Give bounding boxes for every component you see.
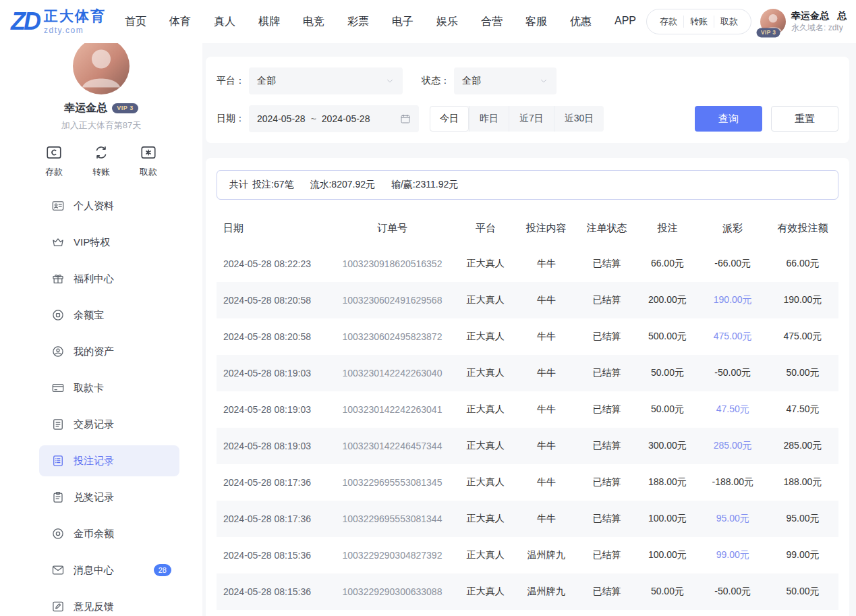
- summary-item: 输/赢:2311.92元: [391, 179, 458, 190]
- withdraw-icon: [140, 144, 157, 161]
- nav-item[interactable]: 彩票: [347, 15, 369, 29]
- table-row: 2024-05-28 08:17:361003229695553081345正大…: [217, 464, 838, 501]
- column-header: 订单号: [329, 211, 456, 246]
- cell-payout: 99.00元: [699, 537, 767, 573]
- user-chip[interactable]: VIP 3 幸运金总 总 永久域名: zdty: [760, 9, 847, 34]
- nav-item[interactable]: 电竞: [303, 15, 324, 29]
- unread-badge: 28: [154, 564, 171, 576]
- sidebar-item-label: 余额宝: [74, 309, 104, 322]
- cell-date: 2024-05-28 08:20:58: [217, 318, 329, 355]
- sidebar-item[interactable]: 余额宝: [39, 300, 179, 331]
- nav-item[interactable]: 娱乐: [436, 15, 458, 29]
- cell-platform: 正大真人: [456, 573, 515, 610]
- wallet-action[interactable]: 取款: [714, 16, 744, 28]
- user-name: 幸运金总: [791, 9, 829, 22]
- redeem-icon: [51, 491, 65, 504]
- sidebar-item[interactable]: 兑奖记录: [39, 482, 179, 513]
- nav-item[interactable]: APP: [615, 15, 636, 29]
- nav-item[interactable]: 客服: [525, 15, 547, 29]
- nav-item[interactable]: 合营: [481, 15, 503, 29]
- cell-payout: 47.50元: [699, 391, 767, 428]
- cell-date: 2024-05-28 08:22:23: [217, 246, 329, 282]
- sidebar-item[interactable]: 取款卡: [39, 372, 179, 403]
- column-header: 投注内容: [515, 211, 577, 246]
- cell-payout: 95.00元: [699, 501, 767, 537]
- filter-panel: 平台： 全部 状态： 全部 日期： 2024-05-28 ~ 2024-05-2…: [206, 57, 849, 143]
- quick-action-label: 存款: [45, 166, 63, 178]
- cell-payout: -66.00元: [699, 246, 767, 282]
- cell-valid-amount: 99.00元: [767, 537, 838, 573]
- cell-bet-content: 牛牛: [515, 428, 577, 464]
- sidebar-item-label: 消息中心: [74, 564, 114, 577]
- sidebar-item[interactable]: 意见反馈: [39, 591, 179, 616]
- sidebar-item[interactable]: 交易记录: [39, 409, 179, 440]
- cell-order-number: 1003229290304827392: [329, 537, 456, 573]
- date-range-input[interactable]: 2024-05-28 ~ 2024-05-28: [249, 105, 419, 132]
- platform-label: 平台：: [217, 75, 245, 87]
- cell-bet-content: 牛牛: [515, 501, 577, 537]
- platform-select[interactable]: 全部: [249, 67, 403, 94]
- cell-bet-content: 牛牛: [515, 355, 577, 391]
- sidebar-item[interactable]: VIP特权: [39, 227, 179, 258]
- sidebar-item[interactable]: 投注记录: [39, 445, 179, 476]
- brand-logo[interactable]: ZD 正大体育 zdty.com: [11, 8, 106, 34]
- cell-date: 2024-05-28 08:17:36: [217, 464, 329, 501]
- nav-item[interactable]: 电子: [392, 15, 413, 29]
- profile-icon: [51, 199, 65, 213]
- nav-item[interactable]: 优惠: [570, 15, 592, 29]
- nav-item[interactable]: 首页: [125, 15, 146, 29]
- feedback-icon: [51, 600, 65, 613]
- range-segment[interactable]: 近7日: [509, 106, 554, 132]
- cell-platform: 正大真人: [456, 537, 515, 573]
- cell-payout: 285.00元: [699, 428, 767, 464]
- quick-action[interactable]: 转账: [92, 144, 110, 178]
- wallet-action[interactable]: 转账: [683, 16, 714, 28]
- sidebar-item[interactable]: 我的资产: [39, 336, 179, 367]
- nav-item[interactable]: 真人: [214, 15, 235, 29]
- cell-order-number: 1003230142242263040: [329, 355, 456, 391]
- brand-name: 正大体育: [44, 8, 106, 24]
- cell-status: 已结算: [577, 246, 637, 282]
- coin-icon: [51, 527, 65, 540]
- status-label: 状态：: [422, 75, 450, 87]
- bank-card-icon: [51, 381, 65, 395]
- range-segment[interactable]: 昨日: [469, 106, 509, 132]
- cell-status: 已结算: [577, 282, 637, 318]
- message-icon: [51, 563, 65, 577]
- top-header: ZD 正大体育 zdty.com 首页体育真人棋牌电竞彩票电子娱乐合营客服优惠A…: [0, 0, 856, 43]
- wallet-action[interactable]: 存款: [654, 16, 683, 28]
- sidebar-item-label: 交易记录: [74, 418, 114, 431]
- quick-action[interactable]: 存款: [45, 144, 63, 178]
- vip-badge: VIP 3: [757, 28, 780, 38]
- cell-valid-amount: 66.00元: [767, 246, 838, 282]
- records-panel: 共计 投注:67笔流水:8207.92元输/赢:2311.92元 日期订单号平台…: [206, 158, 849, 616]
- sidebar-item[interactable]: 个人资料: [39, 190, 179, 221]
- profile-card: 幸运金总 VIP 3 加入正大体育第87天: [0, 43, 202, 132]
- nav-item[interactable]: 棋牌: [258, 15, 280, 29]
- cell-bet-content: 牛牛: [515, 464, 577, 501]
- query-button[interactable]: 查询: [695, 106, 762, 132]
- cell-bet-content: 牛牛: [515, 391, 577, 428]
- sidebar-item[interactable]: 金币余额: [39, 518, 179, 549]
- bet-records-table: 日期订单号平台投注内容注单状态投注派彩有效投注额 2024-05-28 08:2…: [217, 211, 838, 610]
- cell-bet-amount: 50.00元: [636, 355, 698, 391]
- reset-button[interactable]: 重置: [771, 106, 838, 132]
- cell-bet-amount: 188.00元: [636, 464, 698, 501]
- sidebar-item[interactable]: 消息中心28: [39, 555, 179, 586]
- logo-mark: ZD: [11, 9, 39, 34]
- yuebao-icon: [51, 308, 65, 322]
- cell-payout: -188.00元: [699, 464, 767, 501]
- range-segment[interactable]: 近30日: [554, 106, 604, 132]
- table-row: 2024-05-28 08:15:361003229290300633088正大…: [217, 573, 838, 610]
- range-segment[interactable]: 今日: [430, 106, 469, 132]
- table-row: 2024-05-28 08:19:031003230142242263041正大…: [217, 391, 838, 428]
- cell-date: 2024-05-28 08:20:58: [217, 282, 329, 318]
- nav-item[interactable]: 体育: [169, 15, 191, 29]
- cell-date: 2024-05-28 08:15:36: [217, 573, 329, 610]
- quick-action[interactable]: 取款: [140, 144, 157, 178]
- cell-valid-amount: 50.00元: [767, 573, 838, 610]
- chevron-down-icon: [385, 76, 395, 86]
- date-label: 日期：: [217, 113, 245, 125]
- sidebar-item[interactable]: 福利中心: [39, 263, 179, 294]
- status-select[interactable]: 全部: [454, 67, 557, 94]
